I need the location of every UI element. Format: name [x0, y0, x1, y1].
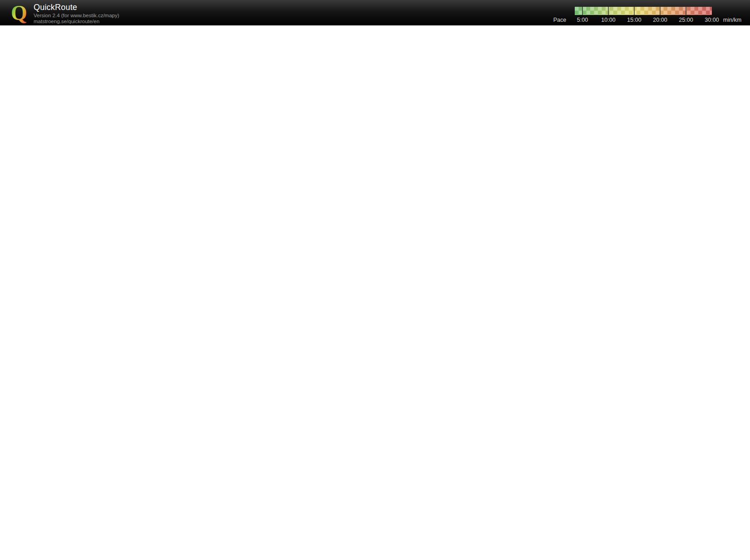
pace-tick-20:00: 20:00	[653, 17, 667, 23]
app-header: Q QuickRoute Version 2.4 (for www.bestik…	[0, 0, 750, 25]
quickroute-logo-icon: Q	[10, 2, 30, 25]
svg-text:Q: Q	[11, 2, 27, 25]
pace-tick-15:00: 15:00	[627, 17, 641, 23]
app-title: QuickRoute	[34, 3, 77, 12]
pace-tick-25:00: 25:00	[679, 17, 693, 23]
pace-label: Pace	[553, 17, 567, 23]
pace-gradient-bar	[575, 7, 712, 15]
pace-tick-10:00: 10:00	[601, 17, 615, 23]
app-site-link: matstroeng.se/quickroute/en	[34, 19, 99, 24]
pace-tick-30:00: 30:00	[705, 17, 719, 23]
app-version: Version 2.4 (for www.bestik.cz/mapy)	[34, 13, 119, 18]
pace-tick-5:00: 5:00	[577, 17, 588, 23]
map-canvas[interactable]	[0, 0, 750, 560]
pace-unit: min/km	[723, 17, 741, 23]
